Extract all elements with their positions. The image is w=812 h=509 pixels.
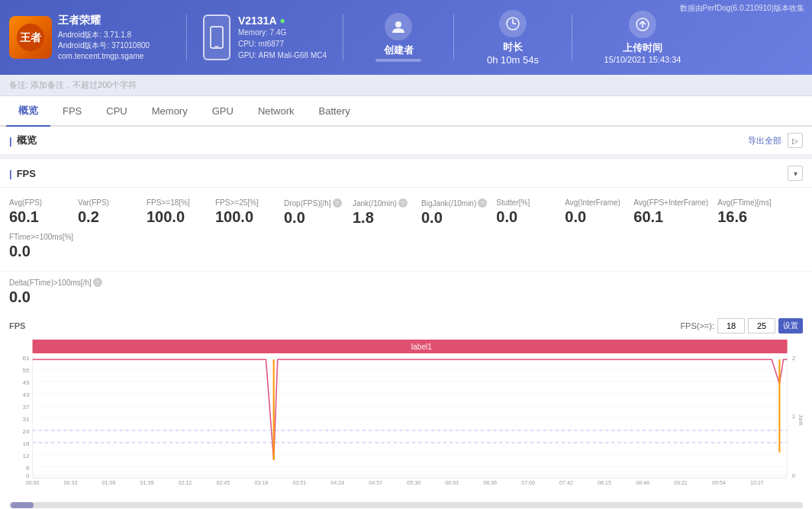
big-jank-help-icon[interactable]: ? <box>478 198 487 208</box>
svg-text:09:54: 09:54 <box>712 480 726 485</box>
fps-header: FPS ▾ <box>0 159 812 188</box>
metric-avg-interframe-label: Avg(InterFrame) <box>565 198 620 207</box>
svg-text:08:48: 08:48 <box>636 480 649 485</box>
svg-text:06:36: 06:36 <box>483 480 497 485</box>
creator-section: 创建者 <box>353 13 444 62</box>
tab-memory[interactable]: Memory <box>140 98 200 126</box>
metric-drop-fps-label: Drop(FPS)[/h] <box>284 199 331 208</box>
metric-avg-ftime-value: 16.6 <box>717 208 747 226</box>
overview-actions: 导出全部 ▷ <box>748 133 803 148</box>
svg-text:0: 0 <box>26 472 30 479</box>
fps-metrics-row: Avg(FPS) 60.1 Var(FPS) 0.2 FPS>=18[%] 10… <box>0 188 812 272</box>
svg-text:00:33: 00:33 <box>64 480 78 485</box>
svg-text:08:15: 08:15 <box>598 480 611 485</box>
duration-section: 时长 0h 10m 54s <box>463 10 562 66</box>
tab-fps[interactable]: FPS <box>50 98 94 126</box>
delta-row: Delta(FTime)>100ms[/h] ? 0.0 <box>0 272 812 312</box>
fps-gte-label: FPS(>=): <box>680 321 714 330</box>
overview-header: 概览 导出全部 ▷ <box>0 127 812 155</box>
app-info: 王者 王者荣耀 Android版本: 3.71.1.8 Android版本号: … <box>9 14 177 62</box>
metric-avg-interframe-value: 0.0 <box>565 208 586 226</box>
fps-chart-container: FPS FPS(>=): 设置 label1 <box>0 312 812 499</box>
chart-y-label: FPS <box>9 321 25 330</box>
delta-label-text: Delta(FTime)>100ms[/h] <box>9 279 92 287</box>
svg-text:12: 12 <box>22 453 30 459</box>
creator-bar <box>375 59 421 62</box>
fps-val1-input[interactable] <box>717 318 745 333</box>
tab-cpu[interactable]: CPU <box>94 98 139 126</box>
svg-text:07:42: 07:42 <box>559 480 573 485</box>
metric-fps-gte25-label: FPS>=25[%] <box>215 198 259 207</box>
scrollbar-track[interactable] <box>9 502 803 508</box>
duration-icon <box>499 10 527 37</box>
tab-battery[interactable]: Battery <box>307 98 362 126</box>
upload-label: 上传时间 <box>604 41 682 55</box>
svg-text:6: 6 <box>26 465 30 472</box>
fps-set-button[interactable]: 设置 <box>778 318 803 333</box>
device-cpu: CPU: mt6877 <box>238 38 327 50</box>
svg-text:1: 1 <box>792 413 796 420</box>
export-button[interactable]: 导出全部 <box>748 135 781 147</box>
svg-text:49: 49 <box>22 379 30 386</box>
metric-big-jank-label: BigJank(/10min) <box>421 199 476 208</box>
tab-overview[interactable]: 概览 <box>6 96 50 127</box>
chart-scrollbar[interactable] <box>0 499 812 509</box>
expand-overview-icon[interactable]: ▷ <box>788 133 803 148</box>
drop-fps-help-icon[interactable]: ? <box>333 198 342 208</box>
divider-2 <box>343 14 343 60</box>
top-note: 数据由PerfDog(6.0.210910)版本收集 <box>680 3 804 14</box>
metric-avg-fps-value: 60.1 <box>9 208 39 226</box>
metric-avg-fps-interframe: Avg(FPS+InterFrame) 60.1 <box>633 195 717 230</box>
app-package: com.tencent.tmgp.sgame <box>58 51 150 62</box>
tab-network[interactable]: Network <box>246 98 307 126</box>
app-icon: 王者 <box>9 16 52 59</box>
svg-text:37: 37 <box>22 404 30 411</box>
svg-rect-11 <box>33 340 788 353</box>
fps-expand-icon[interactable]: ▾ <box>788 166 803 181</box>
app-sdk-version: Android版本号: 371010800 <box>58 40 150 51</box>
svg-point-4 <box>395 21 401 27</box>
fps-val2-input[interactable] <box>748 318 775 333</box>
device-gpu: GPU: ARM Mali-G68 MC4 <box>238 50 327 61</box>
metric-avg-fps-interframe-value: 60.1 <box>633 208 663 226</box>
app-name: 王者荣耀 <box>58 14 150 27</box>
delta-help-icon[interactable]: ? <box>93 278 102 287</box>
scrollbar-thumb[interactable] <box>11 502 34 508</box>
tab-bar: 概览 FPS CPU Memory GPU Network Battery <box>0 96 812 127</box>
duration-label: 时长 <box>487 40 539 54</box>
svg-text:61: 61 <box>22 355 30 362</box>
svg-text:01:06: 01:06 <box>102 480 116 485</box>
metric-jank-value: 1.8 <box>353 209 374 227</box>
metric-fps-gte18-label: FPS>=18[%] <box>147 198 190 207</box>
metric-stutter: Stutter[%] 0.0 <box>496 195 565 230</box>
svg-text:03:18: 03:18 <box>254 480 268 485</box>
svg-text:01:39: 01:39 <box>140 480 154 485</box>
svg-text:04:57: 04:57 <box>369 480 382 485</box>
tab-gpu[interactable]: GPU <box>200 98 246 126</box>
notes-placeholder: 备注: 添加备注，不超过200个字符 <box>9 80 137 89</box>
metric-var-fps-value: 0.2 <box>78 208 99 226</box>
metric-fps-gte25: FPS>=25[%] 100.0 <box>215 195 284 230</box>
metric-fps-gte25-value: 100.0 <box>215 208 253 226</box>
svg-text:31: 31 <box>22 416 30 423</box>
svg-text:Jank: Jank <box>798 414 803 426</box>
metric-fps-gte18-value: 100.0 <box>147 208 185 226</box>
jank-help-icon[interactable]: ? <box>398 198 408 208</box>
notes-bar[interactable]: 备注: 添加备注，不超过200个字符 <box>0 75 812 96</box>
device-signal: ● <box>280 15 285 26</box>
svg-text:03:51: 03:51 <box>292 480 306 485</box>
svg-text:06:03: 06:03 <box>445 480 459 485</box>
metric-drop-fps: Drop(FPS)[/h] ? 0.0 <box>284 195 353 230</box>
svg-text:18: 18 <box>22 440 30 447</box>
svg-text:43: 43 <box>22 391 30 398</box>
svg-text:07:09: 07:09 <box>521 480 535 485</box>
metric-var-fps: Var(FPS) 0.2 <box>78 195 147 230</box>
metric-ftime-gte100-value: 0.0 <box>9 243 31 260</box>
overview-title: 概览 <box>9 134 37 147</box>
upload-section: 上传时间 15/10/2021 15:43:34 <box>582 11 704 64</box>
svg-rect-3 <box>214 46 219 47</box>
metric-avg-interframe: Avg(InterFrame) 0.0 <box>565 195 633 230</box>
metric-ftime-gte100: FTime>=100ms[%] 0.0 <box>9 230 82 263</box>
metric-avg-fps: Avg(FPS) 60.1 <box>9 195 78 230</box>
app-android-version: Android版本: 3.71.1.8 <box>58 30 150 40</box>
